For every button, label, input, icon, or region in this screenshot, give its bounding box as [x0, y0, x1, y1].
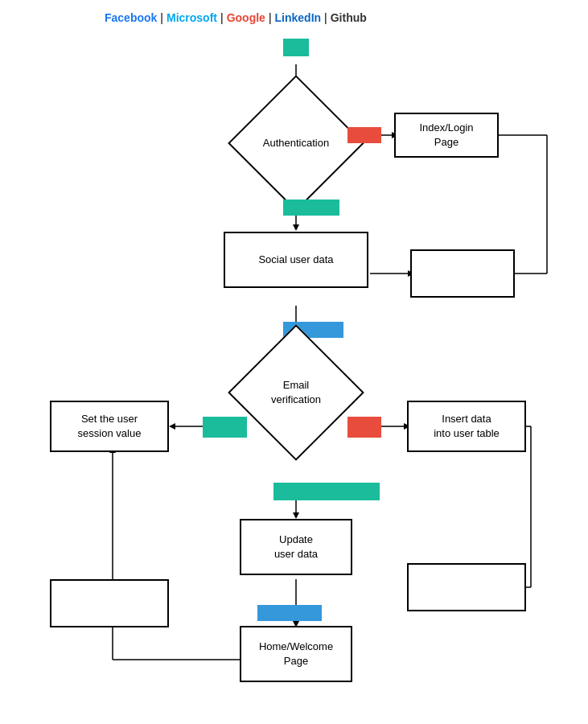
link-microsoft[interactable]: Microsoft: [167, 11, 217, 24]
svg-marker-15: [293, 512, 299, 519]
home-welcome-box: Home/Welcome Page: [240, 626, 352, 682]
social-user-data-box: Social user data: [224, 232, 368, 288]
bottom-right-box: [407, 563, 526, 611]
svg-marker-11: [169, 423, 175, 430]
auth-yes-block2: [283, 200, 339, 216]
bottom-left-box: [50, 579, 169, 627]
link-google[interactable]: Google: [227, 11, 265, 24]
link-facebook[interactable]: Facebook: [105, 11, 157, 24]
flowchart: Facebook | Microsoft | Google | LinkedIn…: [0, 0, 588, 724]
start-block: [283, 39, 309, 56]
update-user-data-box: Update user data: [240, 519, 352, 575]
email-bottom-teal2: [283, 483, 380, 500]
set-session-box: Set the user session value: [50, 401, 169, 452]
social-right-box: [410, 249, 515, 298]
update-blue-block: [257, 605, 322, 621]
authentication-diamond: [248, 95, 344, 191]
auth-no-block: [347, 127, 381, 143]
index-login-box: Index/Login Page: [394, 113, 499, 158]
header-links: Facebook | Microsoft | Google | LinkedIn…: [105, 11, 367, 24]
email-left-teal-block: [203, 417, 247, 438]
email-right-red-block: [347, 417, 381, 438]
link-github[interactable]: Github: [331, 11, 367, 24]
svg-marker-5: [293, 224, 299, 231]
link-linkedin[interactable]: LinkedIn: [275, 11, 322, 24]
insert-data-box: Insert data into user table: [407, 401, 526, 452]
email-verification-diamond: [248, 344, 344, 441]
